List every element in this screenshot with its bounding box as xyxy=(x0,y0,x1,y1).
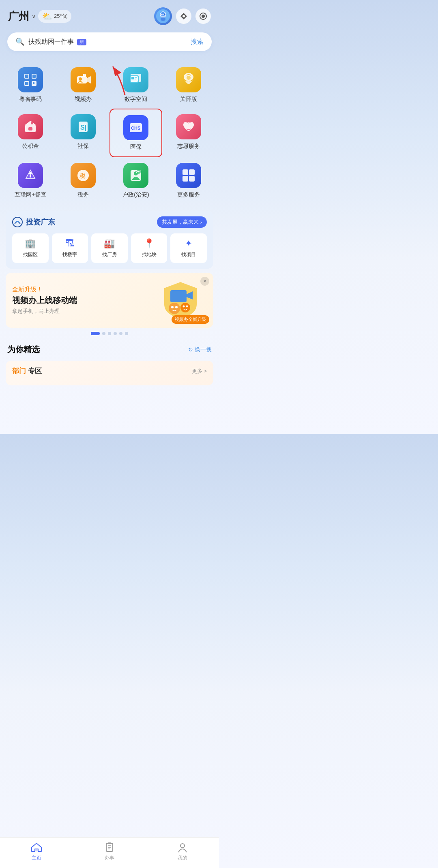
tax-icon: 税 xyxy=(71,163,96,188)
invest-grid: 🏢 找园区 🏗 找楼宇 🏭 找厂房 📍 找地块 ✦ 找项目 xyxy=(12,233,207,263)
avatar-button[interactable] xyxy=(154,7,172,25)
svg-point-5 xyxy=(162,14,163,15)
svg-point-60 xyxy=(171,306,174,308)
svg-marker-22 xyxy=(87,76,91,83)
svg-text:税: 税 xyxy=(79,173,86,179)
banner-dots xyxy=(0,332,219,335)
invest-land[interactable]: 📍 找地块 xyxy=(131,233,167,263)
bottom-spacer xyxy=(0,389,219,421)
shebao-icon: S| xyxy=(71,114,96,139)
service-gongjijin[interactable]: 公积金 xyxy=(4,109,57,157)
svg-point-63 xyxy=(183,306,185,308)
huzheng-icon xyxy=(123,163,148,188)
invest-building-icon: 🏗 xyxy=(65,238,74,249)
banner-illustration xyxy=(154,280,207,321)
header: 广州 ∨ ⛅ 25°优 xyxy=(0,0,219,29)
dept-more-button[interactable]: 更多 > xyxy=(192,368,207,375)
videowork-label: 视频办 xyxy=(75,96,92,103)
invest-project[interactable]: ✦ 找项目 xyxy=(170,233,207,263)
banner: 全新升级！ 视频办上线移动端 拿起手机，马上办理 × 视频办全新升级 xyxy=(6,273,213,328)
svg-point-35 xyxy=(31,122,33,124)
weather-temp: 25°优 xyxy=(54,13,67,20)
banner-sub: 拿起手机，马上办理 xyxy=(12,308,154,315)
record-button[interactable] xyxy=(195,9,211,24)
search-placeholder: 扶残助困一件事 xyxy=(28,38,74,45)
dept-title: 部门 专区 xyxy=(12,366,42,376)
svg-rect-54 xyxy=(189,176,195,182)
svg-point-9 xyxy=(159,11,161,13)
for-you-title: 为你精选 xyxy=(7,344,40,355)
internet-label: 互联网+督查 xyxy=(15,191,46,199)
careversion-label: 关怀版 xyxy=(180,96,197,103)
internet-icon xyxy=(18,163,43,188)
digitalspace-label: 数字空间 xyxy=(125,96,147,103)
tax-label: 税务 xyxy=(77,191,89,199)
for-you-refresh-button[interactable]: ↻ 换一换 xyxy=(188,346,212,353)
dept-section: 部门 专区 更多 > xyxy=(6,361,213,385)
invest-building[interactable]: 🏗 找楼宇 xyxy=(52,233,88,263)
service-tax[interactable]: 税 税务 xyxy=(57,157,110,204)
svg-point-32 xyxy=(187,76,191,80)
weather-icon: ⛅ xyxy=(42,11,52,21)
for-you-action-label: 换一换 xyxy=(195,346,212,353)
svg-rect-2 xyxy=(161,17,165,21)
yueshengma-label: 粤省事码 xyxy=(19,96,42,103)
service-huzheng[interactable]: 户政(治安) xyxy=(110,157,162,204)
city-name[interactable]: 广州 xyxy=(8,9,29,24)
invest-park[interactable]: 🏢 找园区 xyxy=(12,233,49,263)
svg-point-59 xyxy=(169,303,180,314)
gongjijin-icon xyxy=(18,114,43,139)
invest-header: 投资广东 共发展，赢未来 › xyxy=(12,216,207,228)
volunteer-icon xyxy=(176,114,201,139)
invest-logo-icon xyxy=(12,217,23,227)
invest-factory-label: 找厂房 xyxy=(102,251,117,258)
service-careversion[interactable]: 关怀版 xyxy=(162,62,215,109)
svg-rect-19 xyxy=(25,82,28,85)
invest-project-icon: ✦ xyxy=(185,238,192,249)
svg-rect-45 xyxy=(30,175,31,177)
search-button[interactable]: 搜索 xyxy=(191,38,204,46)
yibao-icon: CHS xyxy=(123,115,148,140)
yueshengma-icon xyxy=(18,67,43,92)
svg-rect-52 xyxy=(189,169,195,175)
service-internet[interactable]: 互联网+督查 xyxy=(4,157,57,204)
search-new-badge: 新 xyxy=(77,39,86,45)
svg-point-64 xyxy=(186,306,188,308)
search-bar[interactable]: 🔍 扶残助困一件事 新 搜索 xyxy=(7,32,212,51)
banner-illustration-svg xyxy=(156,280,205,321)
service-more[interactable]: 更多服务 xyxy=(162,157,215,204)
service-yibao[interactable]: CHS 医保 xyxy=(110,109,162,157)
dept-title-orange: 部门 xyxy=(12,367,26,375)
location-button[interactable] xyxy=(176,9,191,24)
banner-close-button[interactable]: × xyxy=(200,277,209,286)
dot-6 xyxy=(125,332,128,335)
yibao-label: 医保 xyxy=(130,143,142,151)
search-text: 扶残助困一件事 新 xyxy=(28,38,187,46)
city-dropdown-icon[interactable]: ∨ xyxy=(32,13,36,19)
invest-factory[interactable]: 🏭 找厂房 xyxy=(91,233,128,263)
invest-land-label: 找地块 xyxy=(142,251,157,258)
svg-rect-18 xyxy=(32,75,36,78)
invest-title: 投资广东 xyxy=(12,217,55,227)
svg-marker-34 xyxy=(25,121,36,125)
invest-slogan[interactable]: 共发展，赢未来 › xyxy=(157,216,207,228)
invest-factory-icon: 🏭 xyxy=(104,238,115,249)
gongjijin-label: 公积金 xyxy=(22,143,39,150)
invest-slogan-text: 共发展，赢未来 xyxy=(162,218,199,226)
svg-rect-53 xyxy=(182,176,188,182)
invest-land-icon: 📍 xyxy=(144,238,155,249)
header-right xyxy=(154,7,211,25)
invest-park-label: 找园区 xyxy=(23,251,38,258)
service-shebao[interactable]: S| 社保 xyxy=(57,109,110,157)
header-left: 广州 ∨ ⛅ 25°优 xyxy=(8,9,71,24)
invest-building-label: 找楼宇 xyxy=(62,251,77,258)
invest-park-icon: 🏢 xyxy=(25,238,36,249)
service-volunteer[interactable]: 志愿服务 xyxy=(162,109,215,157)
weather-widget: ⛅ 25°优 xyxy=(38,10,71,23)
svg-rect-57 xyxy=(170,290,187,302)
dept-header: 部门 专区 更多 > xyxy=(12,366,207,376)
services-container: 粤省事码 视频办 xyxy=(0,58,219,204)
svg-point-41 xyxy=(187,122,190,124)
service-yueshengma[interactable]: 粤省事码 xyxy=(4,62,57,109)
refresh-icon: ↻ xyxy=(188,346,193,353)
